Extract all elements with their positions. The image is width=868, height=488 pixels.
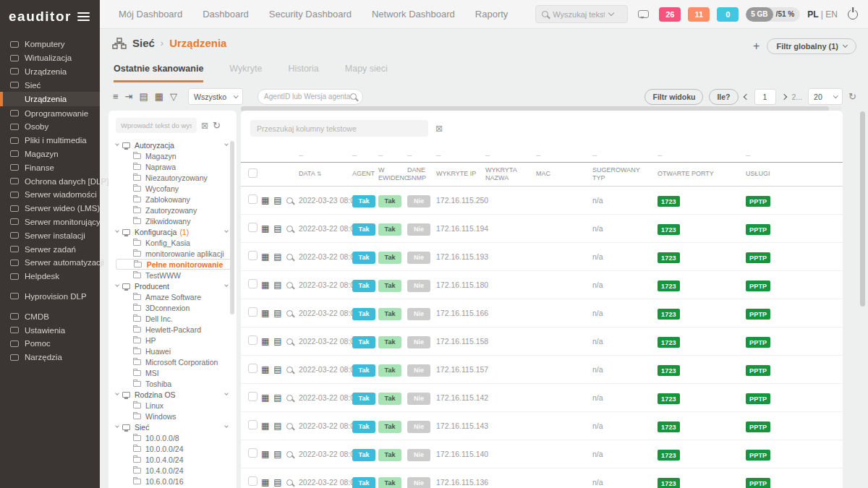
table-row[interactable]: 2022-03-22 08:00 Tak Tak Nie 172.16.115.… [241, 243, 843, 271]
tree-item[interactable]: Niezautoryzowany [116, 172, 232, 183]
inspect-icon[interactable] [286, 451, 293, 458]
add-filter-button[interactable]: + [753, 40, 760, 52]
refresh-icon[interactable]: ↻ [848, 91, 856, 102]
details-grid-icon[interactable] [261, 281, 269, 289]
row-checkbox[interactable] [248, 448, 258, 458]
column-header-mac[interactable]: MAC [536, 170, 592, 178]
tree-item[interactable]: Toshiba [116, 378, 232, 389]
inspect-icon[interactable] [286, 479, 293, 486]
inspect-icon[interactable] [286, 310, 293, 317]
notification-counter[interactable]: 0 [717, 7, 739, 22]
table-search-input[interactable] [250, 120, 428, 137]
topnav-item[interactable]: Security Dashboard [269, 9, 352, 20]
tree-item[interactable]: 10.0.0.0/24 [116, 443, 232, 454]
sidebar-item[interactable]: Ustawienia [0, 323, 100, 337]
details-grid-icon[interactable] [261, 421, 269, 430]
power-icon[interactable] [848, 9, 858, 20]
table-row[interactable]: 2022-03-22 08:00 Tak Tak Nie 172.16.115.… [241, 468, 843, 488]
breadcrumb-section[interactable]: Sieć [132, 37, 155, 49]
prev-page-icon[interactable] [743, 93, 749, 99]
filter-services[interactable]: – [746, 150, 843, 159]
tree-item[interactable]: Windows [116, 411, 232, 421]
filter-icon[interactable]: ▽ [170, 92, 177, 101]
sidebar-item[interactable]: Serwer instalacji [0, 228, 100, 242]
row-checkbox[interactable] [248, 223, 258, 232]
column-header-agent[interactable]: AGENT [352, 170, 378, 178]
column-header-ports[interactable]: OTWARTE PORTY [644, 170, 746, 178]
row-checkbox[interactable] [248, 194, 258, 204]
inspect-icon[interactable] [286, 367, 293, 373]
tree-item[interactable]: monitorowanie aplikacji [116, 248, 232, 259]
row-checkbox[interactable] [248, 307, 258, 317]
sidebar-item[interactable]: Pliki i multimedia [0, 134, 100, 147]
tree-search-input[interactable] [116, 118, 197, 133]
chevron-down-icon[interactable] [224, 228, 229, 233]
sidebar-item[interactable]: Serwer wideo (LMS) [0, 202, 100, 215]
export-icon[interactable]: ⇥ [125, 92, 133, 101]
print-icon[interactable]: ▤ [140, 92, 148, 101]
tree-item[interactable]: Autoryzacja [116, 140, 232, 150]
sidebar-item[interactable]: Narzędzia [0, 351, 100, 364]
clear-search-icon[interactable]: ⊠ [435, 124, 443, 134]
tree-scrollbar[interactable] [230, 141, 234, 314]
column-header-ip[interactable]: WYKRYTE IP [433, 170, 485, 178]
chevron-down-icon[interactable] [224, 391, 229, 395]
table-row[interactable]: 2022-03-22 08:00 Tak Tak Nie 172.16.115.… [241, 299, 843, 328]
topnav-item[interactable]: Mój Dashboard [119, 9, 182, 20]
tree-item[interactable]: HP [116, 335, 232, 346]
chevron-down-icon[interactable] [224, 283, 229, 287]
tree-view-icon[interactable]: ≡ [113, 92, 119, 101]
inspect-icon[interactable] [286, 338, 293, 345]
column-header-snmp[interactable]: DANE SNMP [407, 166, 433, 183]
tree-item[interactable]: 10.0.0.0/8 [116, 432, 232, 443]
inspect-icon[interactable] [286, 282, 293, 288]
details-list-icon[interactable] [273, 252, 281, 261]
sidebar-item[interactable]: Osoby [0, 120, 100, 134]
tab[interactable]: Wykryte [229, 64, 262, 82]
tree-item[interactable]: Sieć [116, 421, 232, 432]
filter-agent[interactable]: – [352, 150, 378, 159]
tree-item[interactable]: Konfig_Kasia [116, 237, 232, 248]
details-list-icon[interactable] [273, 450, 281, 458]
inspect-icon[interactable] [286, 395, 293, 401]
tree-item[interactable]: Producent [116, 281, 232, 291]
sidebar-item[interactable]: Sieć [0, 78, 100, 92]
details-grid-icon[interactable] [261, 337, 269, 346]
sidebar-item[interactable]: Wirtualizacja [0, 51, 100, 65]
global-search-input[interactable] [553, 10, 605, 19]
tree-item[interactable]: Zablokowany [116, 194, 232, 205]
details-list-icon[interactable] [273, 337, 281, 346]
tree-item[interactable]: Microsoft Corporation [116, 356, 232, 367]
more-pages-label[interactable]: 2... [792, 93, 803, 101]
details-list-icon[interactable] [273, 196, 281, 205]
global-filter-button[interactable]: Filtr globalny (1) [767, 38, 856, 54]
details-list-icon[interactable] [273, 478, 281, 487]
page-size-select[interactable]: 20 [808, 88, 843, 105]
tree-item[interactable]: 3Dconnexion [116, 302, 232, 313]
table-row[interactable]: 2022-03-22 08:00 Tak Tak Nie 172.16.115.… [241, 412, 843, 440]
column-header-type[interactable]: SUGEROWANY TYP [592, 166, 644, 183]
expand-caret-icon[interactable] [115, 424, 119, 428]
row-checkbox[interactable] [248, 251, 258, 260]
details-list-icon[interactable] [273, 281, 281, 289]
filter-snmp[interactable]: – [407, 150, 433, 159]
table-row[interactable]: 2022-03-22 08:00 Tak Tak Nie 172.16.115.… [241, 215, 843, 243]
page-number-input[interactable] [754, 89, 776, 105]
lang-en[interactable]: EN [825, 9, 838, 20]
details-grid-icon[interactable] [261, 196, 269, 205]
details-grid-icon[interactable] [261, 309, 269, 317]
details-list-icon[interactable] [273, 421, 281, 430]
tree-item[interactable]: Hewlett-Packard [116, 324, 232, 335]
agent-search-input[interactable] [264, 93, 350, 100]
column-header-ewid[interactable]: W EWIDENC [378, 166, 407, 183]
expand-caret-icon[interactable] [115, 391, 119, 395]
tree-item[interactable]: Konfiguracja (1) [116, 226, 232, 237]
tree-item[interactable]: Dell Inc. [116, 313, 232, 324]
tree-item[interactable]: Rodzina OS [116, 389, 232, 400]
tree-item[interactable]: Pełne monitorowanie [116, 259, 232, 270]
tree-item[interactable]: MSI [116, 367, 232, 378]
filter-ewid[interactable]: – [378, 150, 407, 159]
scope-select[interactable]: Wszystko [188, 88, 243, 105]
row-checkbox[interactable] [248, 364, 258, 373]
tab[interactable]: Ostatnie skanowanie [114, 64, 203, 82]
